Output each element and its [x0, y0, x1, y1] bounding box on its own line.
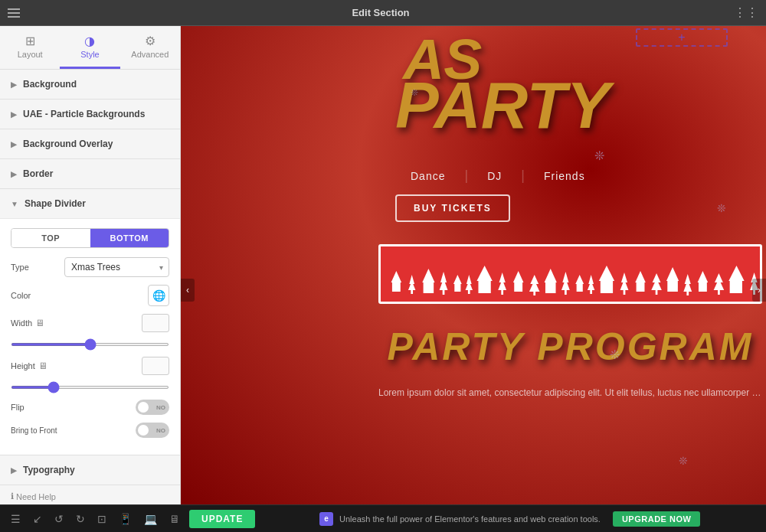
bottom-bar: ☰ ↙ ↺ ↻ ⊡ 📱 💻 🖥 UPDATE e Unleash the ful…: [0, 504, 766, 532]
svg-marker-23: [476, 266, 492, 281]
bring-to-front-value: NO: [80, 423, 169, 438]
svg-marker-66: [651, 279, 662, 290]
height-row: Height 🖥: [11, 357, 169, 392]
flip-toggle[interactable]: NO: [136, 400, 169, 415]
tab-layout[interactable]: ⊞ Layout: [0, 26, 60, 69]
svg-rect-4: [394, 289, 397, 292]
svg-rect-71: [675, 284, 677, 288]
bottom-button[interactable]: BOTTOM: [90, 229, 169, 247]
section-background-header[interactable]: ▶ Background: [0, 70, 180, 99]
section-border-header[interactable]: ▶ Border: [0, 159, 180, 188]
add-section-area: +: [636, 28, 728, 47]
svg-marker-61: [635, 271, 646, 282]
svg-rect-77: [700, 286, 702, 289]
bottom-desktop-icon[interactable]: 🖥: [166, 510, 183, 528]
type-value: Xmas Trees None Triangle Curve Waves Mou…: [64, 257, 169, 277]
height-slider[interactable]: [11, 386, 169, 389]
section-typography-header[interactable]: ▶ Typography: [0, 455, 180, 485]
update-button[interactable]: UPDATE: [189, 510, 255, 528]
chevron-down-icon: ▼: [11, 200, 18, 208]
svg-rect-35: [518, 289, 520, 292]
type-select[interactable]: Xmas Trees None Triangle Curve Waves Mou…: [64, 257, 169, 277]
svg-rect-46: [565, 290, 567, 295]
svg-rect-26: [486, 284, 489, 289]
help-icon: ℹ: [11, 491, 14, 501]
nav-divider-2: |: [521, 168, 525, 184]
width-slider[interactable]: [11, 343, 169, 346]
upgrade-bar: e Unleash the full power of Elementor's …: [261, 511, 758, 527]
chevron-right-icon: ▶: [11, 110, 17, 119]
upgrade-button[interactable]: UPGRADE NOW: [613, 511, 700, 527]
svg-rect-74: [686, 292, 689, 295]
svg-rect-33: [516, 286, 518, 289]
section-shape-divider: ▼ Shape Divider TOP BOTTOM Type Xmas Tre…: [0, 189, 180, 455]
section-shape-divider-header[interactable]: ▼ Shape Divider: [0, 189, 180, 218]
svg-rect-64: [642, 286, 644, 289]
nav-friends: Friends: [529, 170, 601, 182]
bottom-save-icon[interactable]: ↙: [30, 510, 45, 528]
canvas-next-button[interactable]: ›: [752, 279, 766, 302]
add-section-icon[interactable]: +: [678, 31, 685, 44]
buy-tickets-button[interactable]: BUY TICKETS: [395, 194, 510, 222]
svg-marker-0: [391, 271, 402, 282]
svg-marker-53: [599, 266, 614, 281]
nav-dj: DJ: [472, 170, 517, 182]
svg-marker-45: [561, 279, 570, 290]
svg-rect-78: [704, 286, 706, 289]
width-number-input[interactable]: [142, 314, 169, 332]
width-label-row: Width 🖥: [11, 314, 169, 332]
bottom-preview-icon[interactable]: ⊡: [94, 510, 110, 528]
apps-icon[interactable]: ⋮⋮: [734, 5, 758, 20]
bottom-undo-icon[interactable]: ↺: [51, 510, 67, 528]
section-bg-overlay-header[interactable]: ▶ Background Overlay: [0, 129, 180, 158]
height-number-input[interactable]: [142, 357, 169, 375]
top-button[interactable]: TOP: [11, 229, 90, 247]
svg-rect-81: [718, 290, 720, 295]
nav-dance: Dance: [395, 170, 460, 182]
bottom-redo-icon[interactable]: ↻: [73, 510, 88, 528]
tab-advanced-label: Advanced: [131, 50, 169, 59]
section-uae-particle-header[interactable]: ▶ UAE - Particle Backgrounds: [0, 100, 180, 129]
layout-icon: ⊞: [25, 34, 35, 48]
nav-divider-1: |: [464, 168, 468, 184]
svg-rect-67: [656, 290, 658, 295]
svg-rect-12: [427, 289, 429, 293]
section-border-label: Border: [23, 168, 169, 179]
tab-style[interactable]: ◑ Style: [60, 26, 119, 69]
svg-marker-31: [513, 271, 524, 282]
svg-rect-7: [411, 290, 413, 294]
svg-marker-80: [714, 279, 725, 290]
section-uae-particle: ▶ UAE - Particle Backgrounds: [0, 100, 180, 129]
monitor-icon-height: 🖥: [38, 361, 47, 371]
bottom-mobile-icon[interactable]: 📱: [116, 510, 135, 528]
svg-rect-52: [590, 290, 592, 294]
chevron-right-icon: ▶: [11, 466, 17, 475]
svg-marker-29: [498, 279, 506, 290]
bring-to-front-toggle[interactable]: NO: [136, 423, 169, 438]
svg-rect-60: [624, 290, 626, 295]
page-title: Edit Section: [28, 7, 734, 18]
color-picker-button[interactable]: 🌐: [148, 285, 169, 306]
sidebar-tabs: ⊞ Layout ◑ Style ⚙ Advanced: [0, 26, 180, 70]
tab-advanced[interactable]: ⚙ Advanced: [120, 26, 180, 69]
svg-marker-14: [440, 279, 448, 290]
svg-rect-84: [732, 284, 735, 289]
svg-rect-85: [738, 284, 741, 289]
svg-rect-86: [734, 289, 737, 293]
monitor-icon: 🖥: [35, 318, 44, 328]
help-link[interactable]: ℹ Need Help: [0, 491, 180, 501]
svg-rect-56: [608, 284, 611, 289]
width-label: Width 🖥: [11, 318, 142, 328]
bottom-tablet-icon[interactable]: 💻: [141, 510, 160, 528]
canvas-prev-button[interactable]: ‹: [181, 279, 195, 302]
bring-front-knob: [138, 425, 149, 436]
party-main-text: PARTY: [395, 68, 610, 143]
canvas-content: + AS PARTY Dance | DJ | Friends BUY TICK…: [181, 26, 766, 504]
bottom-grid-icon[interactable]: ☰: [8, 510, 24, 528]
type-label: Type: [11, 263, 64, 272]
flip-toggle-wrap: NO: [136, 400, 169, 415]
main-layout: ⊞ Layout ◑ Style ⚙ Advanced ▶ Background…: [0, 26, 766, 504]
hamburger-menu[interactable]: [8, 8, 20, 18]
bring-to-front-row: Bring to Front NO: [11, 423, 169, 438]
svg-rect-49: [578, 287, 581, 290]
